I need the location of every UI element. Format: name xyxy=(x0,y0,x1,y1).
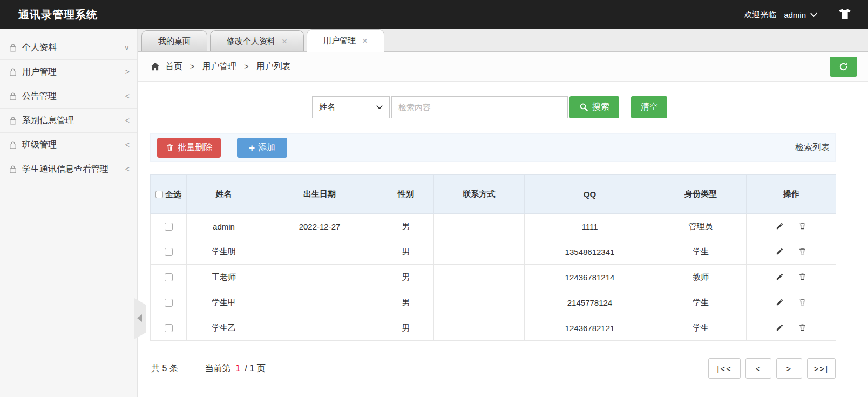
tab-user-management[interactable]: 用户管理 × xyxy=(307,29,384,52)
cell-gender: 男 xyxy=(378,239,434,265)
bag-icon xyxy=(9,68,17,77)
edit-icon[interactable] xyxy=(774,222,785,230)
breadcrumb-home[interactable]: 首页 xyxy=(165,61,182,72)
chevron-left-icon: < xyxy=(125,165,130,173)
add-label: 添加 xyxy=(258,142,275,153)
bag-icon xyxy=(9,92,17,101)
cell-contact xyxy=(434,265,525,290)
cell-contact xyxy=(434,290,525,315)
cell-name: 学生乙 xyxy=(187,315,261,341)
breadcrumb-separator: > xyxy=(244,62,248,71)
batch-delete-label: 批量删除 xyxy=(178,142,213,153)
clear-button-label: 清空 xyxy=(641,102,658,113)
delete-icon[interactable] xyxy=(797,272,809,281)
sidebar-item-student-contacts[interactable]: 学生通讯信息查看管理 < xyxy=(0,157,137,181)
tab-my-desktop[interactable]: 我的桌面 xyxy=(141,30,207,51)
edit-icon[interactable] xyxy=(774,298,785,306)
edit-icon[interactable] xyxy=(774,273,785,281)
row-checkbox[interactable] xyxy=(165,223,173,231)
refresh-icon xyxy=(838,62,849,72)
bag-icon xyxy=(9,43,17,52)
sidebar-item-label: 公告管理 xyxy=(22,91,123,102)
close-icon[interactable]: × xyxy=(282,37,287,46)
cell-name: 王老师 xyxy=(187,265,261,290)
table-row: admin 2022-12-27 男 1111 管理员 xyxy=(151,214,836,239)
app-title: 通讯录管理系统 xyxy=(18,8,98,22)
table-row: 学生乙 男 12436782121 学生 xyxy=(151,315,836,341)
delete-icon[interactable] xyxy=(797,221,809,230)
col-header-qq: QQ xyxy=(525,175,655,214)
tab-edit-profile[interactable]: 修改个人资料 × xyxy=(210,30,304,51)
cell-qq: 13548612341 xyxy=(525,239,655,265)
panel-title: 检索列表 xyxy=(795,142,830,153)
chevron-left-icon: < xyxy=(125,92,130,100)
welcome-text: 欢迎光临 xyxy=(744,10,776,20)
cell-qq: 1111 xyxy=(525,214,655,239)
tshirt-icon[interactable] xyxy=(838,8,852,21)
sidebar: 个人资料 ∨ 用户管理 > 公告管理 < 系别信息管理 < 班级管理 < 学生通… xyxy=(0,29,138,397)
cell-role: 教师 xyxy=(655,265,747,290)
search-button[interactable]: 搜索 xyxy=(569,96,619,118)
table-row: 学生明 男 13548612341 学生 xyxy=(151,239,836,265)
chevron-down-icon xyxy=(810,12,817,17)
add-button[interactable]: + 添加 xyxy=(237,138,287,158)
last-page-button[interactable]: >>| xyxy=(807,358,836,379)
cell-birthday xyxy=(261,315,378,341)
search-button-label: 搜索 xyxy=(592,102,609,113)
select-all-checkbox[interactable] xyxy=(155,191,163,198)
chevron-down-icon: ∨ xyxy=(124,43,130,52)
batch-delete-button[interactable]: 批量删除 xyxy=(157,138,221,158)
row-checkbox[interactable] xyxy=(165,248,173,256)
user-menu[interactable]: admin xyxy=(784,10,817,19)
delete-icon[interactable] xyxy=(797,298,809,306)
delete-icon[interactable] xyxy=(797,323,809,332)
edit-icon[interactable] xyxy=(774,324,785,332)
sidebar-item-classes[interactable]: 班级管理 < xyxy=(0,133,137,157)
cell-gender: 男 xyxy=(378,315,434,341)
table-row: 王老师 男 12436781214 教师 xyxy=(151,265,836,290)
search-field-select[interactable]: 姓名 xyxy=(312,96,390,118)
delete-icon[interactable] xyxy=(797,247,809,255)
next-page-button[interactable]: > xyxy=(776,358,802,379)
clear-button[interactable]: 清空 xyxy=(631,96,667,118)
cell-name: admin xyxy=(187,214,261,239)
col-header-actions: 操作 xyxy=(747,175,836,214)
cell-birthday xyxy=(261,239,378,265)
row-checkbox[interactable] xyxy=(165,324,173,332)
edit-icon[interactable] xyxy=(774,247,785,255)
cell-role: 学生 xyxy=(655,290,747,315)
chevron-left-icon: < xyxy=(125,116,130,125)
sidebar-collapse-handle[interactable] xyxy=(134,298,146,339)
breadcrumb-user-management[interactable]: 用户管理 xyxy=(202,61,236,72)
chevron-down-icon xyxy=(376,105,383,110)
table-row: 学生甲 男 2145778124 学生 xyxy=(151,290,836,315)
breadcrumb: 首页 > 用户管理 > 用户列表 xyxy=(138,52,868,82)
row-checkbox[interactable] xyxy=(165,273,173,281)
cell-contact xyxy=(434,214,525,239)
col-header-name: 姓名 xyxy=(187,175,261,214)
breadcrumb-user-list[interactable]: 用户列表 xyxy=(256,61,290,72)
table-header-row: 全选 姓名 出生日期 性别 联系方式 QQ 身份类型 操作 xyxy=(151,175,836,214)
table-footer: 共 5 条 当前第 1 / 1 页 |<< < > >>| xyxy=(150,358,836,379)
prev-page-button[interactable]: < xyxy=(745,358,771,379)
close-icon[interactable]: × xyxy=(362,36,368,45)
sidebar-item-announcements[interactable]: 公告管理 < xyxy=(0,84,137,109)
cell-birthday xyxy=(261,265,378,290)
first-page-button[interactable]: |<< xyxy=(708,358,741,379)
chevron-right-icon: > xyxy=(125,68,130,76)
row-checkbox[interactable] xyxy=(165,299,173,307)
toolbar-panel: 批量删除 + 添加 检索列表 xyxy=(150,133,836,162)
search-input[interactable] xyxy=(391,96,568,118)
sidebar-item-label: 用户管理 xyxy=(22,66,123,78)
sidebar-item-departments[interactable]: 系别信息管理 < xyxy=(0,109,137,133)
sidebar-item-label: 系别信息管理 xyxy=(22,115,123,126)
cell-role: 学生 xyxy=(655,315,747,341)
sidebar-item-profile[interactable]: 个人资料 ∨ xyxy=(0,36,137,60)
tabstrip: 我的桌面 修改个人资料 × 用户管理 × xyxy=(138,29,868,52)
breadcrumb-separator: > xyxy=(190,62,194,71)
tab-label: 修改个人资料 xyxy=(227,36,275,46)
select-all-label: 全选 xyxy=(165,190,181,199)
refresh-button[interactable] xyxy=(830,57,857,77)
total-pages-text: / 1 页 xyxy=(245,364,266,373)
sidebar-item-users[interactable]: 用户管理 > xyxy=(0,60,137,84)
